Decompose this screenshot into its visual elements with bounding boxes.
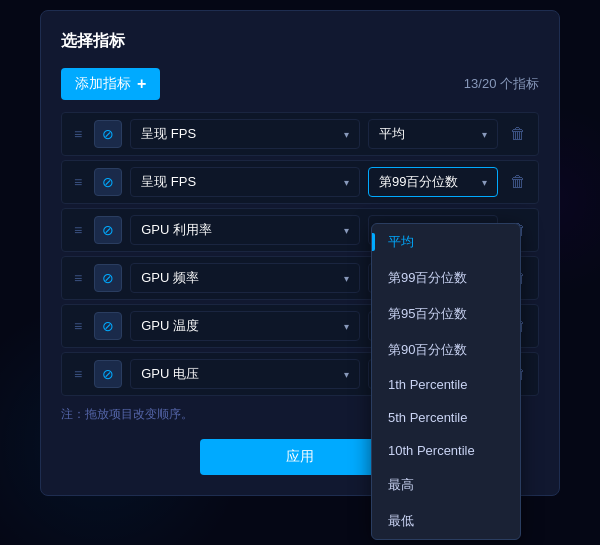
dropdown-item-p5[interactable]: 5th Percentile [372,401,520,434]
drag-handle-icon[interactable]: ≡ [70,316,86,336]
metric-agg-select-1[interactable]: 平均 ▾ [368,119,498,149]
dropdown-item-max[interactable]: 最高 [372,467,520,503]
dropdown-item-p1[interactable]: 1th Percentile [372,368,520,401]
eye-slash-icon: ⊘ [102,366,114,382]
visibility-toggle-3[interactable]: ⊘ [94,216,122,244]
drag-handle-icon[interactable]: ≡ [70,364,86,384]
visibility-toggle-4[interactable]: ⊘ [94,264,122,292]
metric-count: 13/20 个指标 [464,75,539,93]
eye-slash-icon: ⊘ [102,126,114,142]
aggregation-dropdown: 平均 第99百分位数 第95百分位数 第90百分位数 1th Percentil… [371,223,521,540]
chevron-down-icon: ▾ [344,369,349,380]
dropdown-item-p99[interactable]: 第99百分位数 [372,260,520,296]
add-label: 添加指标 [75,75,131,93]
dropdown-item-avg[interactable]: 平均 [372,224,520,260]
delete-metric-1[interactable]: 🗑 [506,123,530,145]
metric-name-select-1[interactable]: 呈现 FPS ▾ [130,119,360,149]
chevron-down-icon: ▾ [482,177,487,188]
metric-agg-select-2[interactable]: 第99百分位数 ▾ [368,167,498,197]
delete-metric-2[interactable]: 🗑 [506,171,530,193]
chevron-down-icon: ▾ [482,129,487,140]
chevron-down-icon: ▾ [344,177,349,188]
eye-slash-icon: ⊘ [102,270,114,286]
metric-name-select-5[interactable]: GPU 温度 ▾ [130,311,360,341]
visibility-toggle-6[interactable]: ⊘ [94,360,122,388]
modal-header-row: 添加指标 + 13/20 个指标 [61,68,539,100]
visibility-toggle-1[interactable]: ⊘ [94,120,122,148]
metric-name-select-4[interactable]: GPU 频率 ▾ [130,263,360,293]
apply-button[interactable]: 应用 [200,439,400,475]
chevron-down-icon: ▾ [344,225,349,236]
metric-name-select-3[interactable]: GPU 利用率 ▾ [130,215,360,245]
chevron-down-icon: ▾ [344,129,349,140]
eye-slash-icon: ⊘ [102,222,114,238]
eye-slash-icon: ⊘ [102,174,114,190]
drag-handle-icon[interactable]: ≡ [70,268,86,288]
table-row: ≡ ⊘ 呈现 FPS ▾ 平均 ▾ 🗑 [61,112,539,156]
drag-handle-icon[interactable]: ≡ [70,124,86,144]
eye-slash-icon: ⊘ [102,318,114,334]
select-metrics-modal: 选择指标 添加指标 + 13/20 个指标 ≡ ⊘ 呈现 FPS ▾ 平均 [40,10,560,496]
add-metric-button[interactable]: 添加指标 + [61,68,160,100]
table-row: ≡ ⊘ 呈现 FPS ▾ 第99百分位数 ▾ 🗑 [61,160,539,204]
plus-icon: + [137,75,146,93]
drag-handle-icon[interactable]: ≡ [70,220,86,240]
modal-title: 选择指标 [61,31,539,52]
dropdown-item-p95[interactable]: 第95百分位数 [372,296,520,332]
drag-handle-icon[interactable]: ≡ [70,172,86,192]
visibility-toggle-2[interactable]: ⊘ [94,168,122,196]
visibility-toggle-5[interactable]: ⊘ [94,312,122,340]
metric-name-select-6[interactable]: GPU 电压 ▾ [130,359,360,389]
chevron-down-icon: ▾ [344,273,349,284]
chevron-down-icon: ▾ [344,321,349,332]
dropdown-item-p10[interactable]: 10th Percentile [372,434,520,467]
metric-name-select-2[interactable]: 呈现 FPS ▾ [130,167,360,197]
dropdown-item-min[interactable]: 最低 [372,503,520,539]
dropdown-item-p90[interactable]: 第90百分位数 [372,332,520,368]
